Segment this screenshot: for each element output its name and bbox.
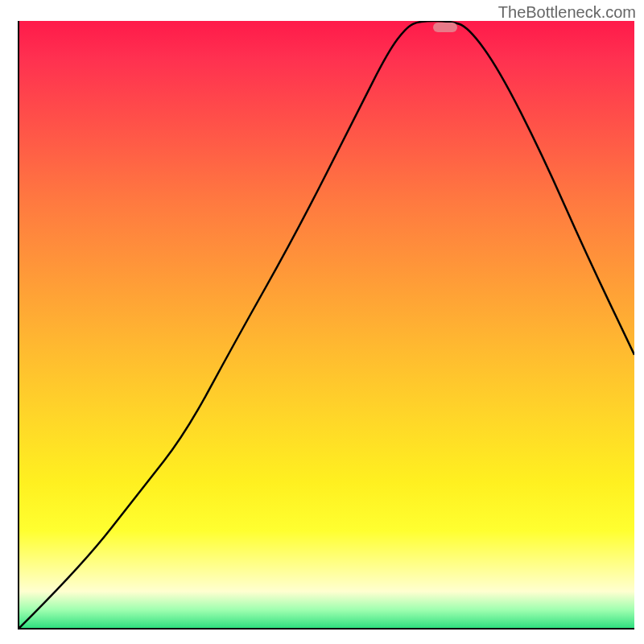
chart-marker — [433, 23, 457, 32]
watermark-text: TheBottleneck.com — [498, 3, 636, 22]
chart-area — [18, 21, 634, 630]
chart-curve — [19, 21, 634, 628]
